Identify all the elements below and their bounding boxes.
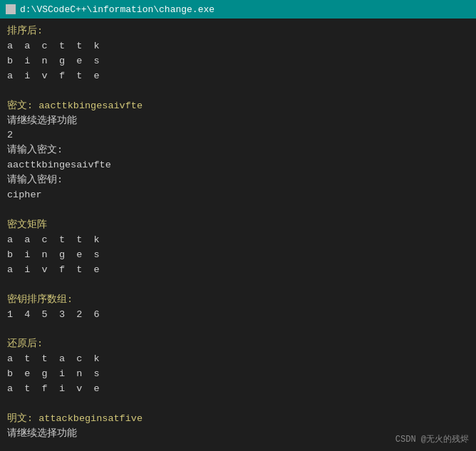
title-bar: d:\VSCodeC++\information\change.exe (0, 0, 476, 19)
terminal-line: b e g i n s (7, 368, 100, 379)
terminal-line: 2 (7, 130, 13, 140)
terminal-line: a a c t t k (7, 234, 100, 245)
terminal-line: a i v f t e (7, 71, 100, 81)
terminal-line: a t t a c k (7, 353, 100, 364)
terminal-line: 请输入密文: (7, 145, 63, 155)
terminal-line: a a c t t k (7, 41, 100, 51)
terminal-line: 密钥排序数组: (7, 294, 73, 305)
terminal-line: 密文矩阵 (7, 219, 47, 230)
terminal-line: a t f i v e (7, 383, 100, 394)
content-area: 排序后: a a c t t k b i n g e s a i v f t e… (0, 19, 476, 451)
terminal-line: 还原后: (7, 338, 43, 349)
window: d:\VSCodeC++\information\change.exe 排序后:… (0, 0, 476, 451)
terminal-line: 排序后: (7, 26, 43, 36)
terminal-line: b i n g e s (7, 249, 100, 260)
terminal-line: 请继续选择功能 (7, 115, 77, 126)
terminal-line: 请输入密钥: (7, 175, 63, 185)
title-text: d:\VSCodeC++\information\change.exe (20, 4, 214, 15)
terminal-line: b i n g e s (7, 56, 100, 66)
terminal-line: 请继续选择功能 (7, 428, 77, 439)
terminal-line: cipher (7, 190, 42, 200)
watermark: CSDN @无火的残烬 (395, 433, 469, 445)
terminal-line: 密文: aacttkbingesaivfte (7, 100, 143, 111)
window-icon (6, 4, 16, 14)
terminal-output: 排序后: a a c t t k b i n g e s a i v f t e… (7, 24, 469, 442)
terminal-line: 1 4 5 3 2 6 (7, 309, 100, 320)
terminal-line: aacttkbingesaivfte (7, 160, 111, 170)
terminal-line: 明文: attackbeginsatfive (7, 413, 143, 424)
terminal-line: a i v f t e (7, 264, 100, 275)
